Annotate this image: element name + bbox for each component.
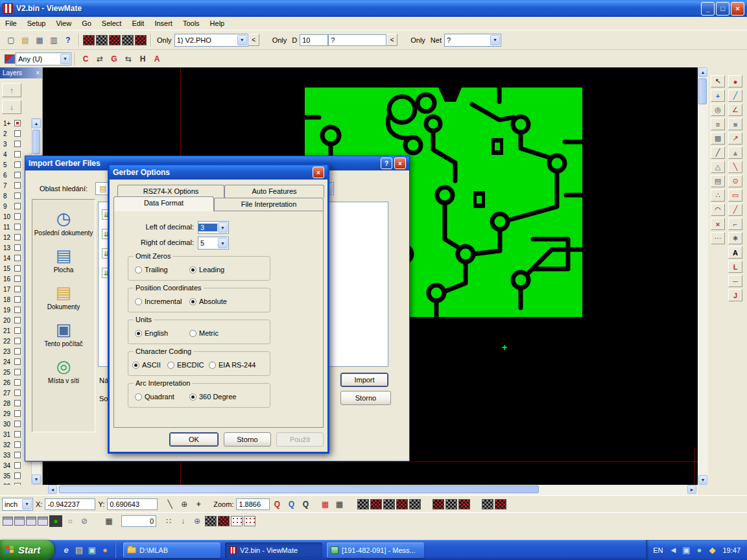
layer-up-button[interactable]: ↑ <box>2 83 21 97</box>
layer-visibility-checkbox[interactable] <box>14 327 21 334</box>
radio-leading[interactable]: Leading <box>189 266 224 274</box>
layer-visibility-checkbox[interactable] <box>14 182 21 189</box>
cancel-button[interactable]: Storno <box>224 432 271 447</box>
pattern-ic on-12[interactable] <box>218 516 230 526</box>
step-value-field[interactable]: 0 <box>121 515 156 527</box>
unit-combo[interactable]: inch ▼ <box>2 498 33 511</box>
film-view-icon-4[interactable] <box>38 517 48 526</box>
layer-row-1[interactable]: 1+ <box>0 118 30 128</box>
import-button[interactable]: Import <box>340 373 388 387</box>
layer-row-2[interactable]: 2 <box>0 128 30 139</box>
menu-insert[interactable]: Insert <box>149 18 178 29</box>
flash-pad-icon[interactable]: ● <box>728 75 742 88</box>
pattern-icon-11[interactable] <box>205 516 217 526</box>
film-box-icon[interactable] <box>109 35 121 45</box>
draw-triangle-icon[interactable]: ▲ <box>728 146 742 159</box>
layer-row-34[interactable]: 34 <box>0 460 30 471</box>
radio-incremental[interactable]: Incremental <box>135 298 189 305</box>
origin-target-icon[interactable]: ⊕ <box>178 498 191 510</box>
draw-arrow-icon[interactable]: ↗ <box>728 132 742 145</box>
place-network[interactable]: ◎ Místa v síti <box>32 356 95 384</box>
pattern-icon-2[interactable] <box>370 499 382 509</box>
explorer-launch-icon[interactable]: ▤ <box>73 543 86 557</box>
draw-circle-icon[interactable]: ⊙ <box>728 175 742 187</box>
more-tools-icon[interactable]: ⋯ <box>711 232 725 244</box>
layer-visibility-checkbox[interactable] <box>14 348 21 355</box>
taskbar-task-messenger[interactable]: [191-482-091] - Mess... <box>327 542 424 558</box>
mirror-tool-icon[interactable]: △ <box>711 161 725 173</box>
maximize-button[interactable]: □ <box>716 2 729 16</box>
tab-data-format[interactable]: Data Format <box>113 196 214 211</box>
layers-close-icon[interactable]: × <box>36 70 40 76</box>
only-net-toggle[interactable]: Only <box>408 35 428 45</box>
layer-visibility-checkbox[interactable] <box>14 410 21 417</box>
tray-antivirus-icon[interactable]: ● <box>693 543 706 557</box>
layer-visibility-checkbox[interactable] <box>14 452 21 458</box>
reddot-pattern-icon-1[interactable] <box>231 516 243 526</box>
tray-update-icon[interactable]: ◆ <box>706 543 718 557</box>
radio-english[interactable]: English <box>135 329 189 337</box>
layer-stack-icon[interactable]: ▤ <box>711 175 725 187</box>
ok-button[interactable]: OK <box>169 432 219 447</box>
pattern-icon-4[interactable] <box>396 499 408 509</box>
save-icon[interactable]: ▦ <box>33 34 46 46</box>
menu-edit[interactable]: Edit <box>126 18 149 29</box>
place-my-computer[interactable]: ▣ Tento počítač <box>32 320 95 347</box>
zoom-in-icon[interactable]: Q <box>285 498 298 510</box>
status-light-icon[interactable]: ● <box>49 515 62 527</box>
pattern-icon-3[interactable] <box>383 499 395 509</box>
zoom-value-field[interactable]: 1.8866 <box>236 498 270 510</box>
layer-visibility-checkbox[interactable] <box>14 472 21 479</box>
jump-vertical-icon[interactable]: ⇆ <box>122 53 135 65</box>
open-folder-icon[interactable]: ▤ <box>19 34 32 46</box>
layer-visibility-checkbox[interactable] <box>14 130 21 137</box>
dcode-value-field[interactable]: 10 <box>300 34 328 46</box>
pattern-icon-5[interactable] <box>409 499 421 509</box>
text-tool-icon[interactable]: A <box>728 246 742 259</box>
tray-display-icon[interactable]: ▣ <box>680 543 693 557</box>
radio-absolute[interactable]: Absolute <box>189 298 227 305</box>
scroll-up-icon[interactable]: ▲ <box>698 67 707 77</box>
scroll-down-icon[interactable]: ▼ <box>32 474 41 484</box>
layer-down-button[interactable]: ↓ <box>2 100 21 114</box>
star-tool-icon[interactable]: ∗ <box>728 232 742 244</box>
trace-list-icon[interactable]: ≡ <box>711 118 725 130</box>
scroll-thumb[interactable] <box>698 78 707 104</box>
tray-language-icon[interactable]: ◄ <box>667 543 680 557</box>
dot-grid-icon[interactable]: ∷ <box>162 515 175 527</box>
component-g-icon[interactable]: G <box>108 53 121 65</box>
radio-ebcdic[interactable]: EBCDIC <box>167 361 209 369</box>
menu-go[interactable]: Go <box>77 18 97 29</box>
reddot-pattern-icon-2[interactable] <box>244 516 255 526</box>
radio-metric[interactable]: Metric <box>189 329 219 337</box>
x-coordinate-field[interactable]: -0.942237 <box>45 498 95 510</box>
anchor-cross-icon[interactable]: ⊕ <box>191 515 204 527</box>
layer-visibility-checkbox[interactable] <box>14 400 21 406</box>
component-h-icon[interactable]: H <box>136 53 149 65</box>
scroll-right-icon[interactable]: ► <box>687 485 696 494</box>
radio-eia-rs-244[interactable]: EIA RS-244 <box>209 361 255 369</box>
any-filter-combo[interactable]: Any (U) ▼ <box>16 52 71 65</box>
layer-visibility-checkbox[interactable] <box>14 462 21 469</box>
taskbar-task-viewmate[interactable]: V2.bin - ViewMate <box>225 542 322 558</box>
layer-visibility-checkbox[interactable] <box>14 244 21 251</box>
layer-visibility-checkbox[interactable] <box>14 234 21 240</box>
ie-launch-icon[interactable]: e <box>60 543 73 557</box>
l-shape-icon[interactable]: L <box>728 261 742 273</box>
gerber-dialog-titlebar[interactable]: Gerber Options × <box>110 165 327 180</box>
zoom-select-icon[interactable]: Q <box>270 498 283 510</box>
place-desktop[interactable]: ▤ Plocha <box>32 246 95 274</box>
menu-tools[interactable]: Tools <box>178 18 205 29</box>
draw-angle-icon[interactable]: ∠ <box>728 104 742 116</box>
anchor-down-icon[interactable]: ↓ <box>176 515 189 527</box>
layer-visibility-checkbox[interactable] <box>14 172 21 178</box>
layer-visibility-checkbox[interactable] <box>14 431 21 438</box>
draw-diagonal-icon[interactable]: ╲ <box>728 161 742 173</box>
scatter-icon[interactable]: ∴ <box>711 189 725 202</box>
select-area-icon[interactable]: ▭ <box>728 189 742 202</box>
layer-visibility-checkbox[interactable] <box>14 255 21 261</box>
print-icon[interactable]: ▥ <box>47 34 60 46</box>
place-recent-documents[interactable]: ◷ Poslední dokumenty <box>32 209 95 237</box>
component-a-icon[interactable]: A <box>150 53 163 65</box>
scroll-left-icon[interactable]: ◄ <box>48 485 57 494</box>
